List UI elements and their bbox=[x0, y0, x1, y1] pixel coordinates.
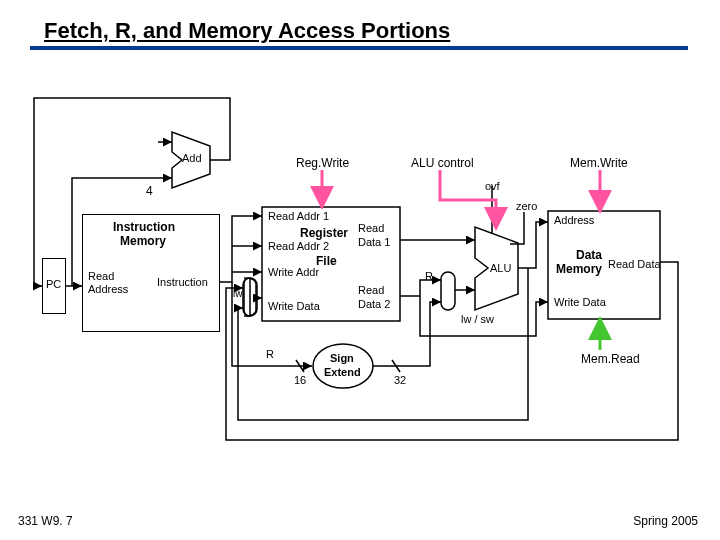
footer-left: 331 W9. 7 bbox=[18, 514, 73, 528]
wire-adder-pc bbox=[34, 98, 230, 286]
label-rdata2b: Data 2 bbox=[358, 298, 390, 310]
wire-alu-dmemaddr bbox=[518, 222, 548, 268]
label-dmem-t1: Data bbox=[576, 248, 602, 262]
wire-alu-zero bbox=[510, 212, 524, 244]
label-rdata1b: Data 1 bbox=[358, 236, 390, 248]
label-four: 4 bbox=[146, 184, 153, 198]
wire-pc-adder bbox=[72, 178, 172, 286]
label-dmem-t2: Memory bbox=[556, 262, 602, 276]
label-signext-16: 16 bbox=[294, 374, 306, 386]
label-mux-lw: lw bbox=[233, 288, 242, 299]
label-rdata2a: Read bbox=[358, 284, 384, 296]
shape-mux-aluin2 bbox=[441, 272, 455, 310]
label-add: Add bbox=[182, 152, 202, 164]
label-alu: ALU bbox=[490, 262, 511, 274]
label-dmem-wdata: Write Data bbox=[554, 296, 606, 308]
label-rdata1a: Read bbox=[358, 222, 384, 234]
label-zero: zero bbox=[516, 200, 537, 212]
wire-alucontrol bbox=[440, 170, 496, 228]
label-waddr: Write Addr bbox=[268, 266, 319, 278]
wire-signext-mux bbox=[373, 302, 441, 366]
shape-mux-writedata bbox=[244, 278, 250, 316]
label-ovf: ovf bbox=[485, 180, 500, 192]
label-raddr1: Read Addr 1 bbox=[268, 210, 329, 222]
footer-right: Spring 2005 bbox=[633, 514, 698, 528]
label-wdata: Write Data bbox=[268, 300, 320, 312]
label-mux-lwsw: lw / sw bbox=[461, 313, 494, 325]
label-dmem-rdata: Read Data bbox=[608, 258, 661, 270]
label-signext-32: 32 bbox=[394, 374, 406, 386]
label-mux-r-bottom: R bbox=[266, 348, 274, 360]
wire-rdata2-mux bbox=[400, 280, 441, 296]
label-dmem-addr: Address bbox=[554, 214, 594, 226]
label-mux-r-top: R bbox=[425, 270, 433, 282]
label-regfile-title1: Register bbox=[300, 226, 348, 240]
label-signext-2: Extend bbox=[324, 366, 361, 378]
diagram-stage: Reg.Write ALU control Mem.Write Mem.Read… bbox=[0, 0, 720, 540]
wire-dmem-muxwd bbox=[226, 262, 678, 440]
label-signext-1: Sign bbox=[330, 352, 354, 364]
label-raddr2: Read Addr 2 bbox=[268, 240, 329, 252]
svg-layer bbox=[0, 0, 720, 540]
